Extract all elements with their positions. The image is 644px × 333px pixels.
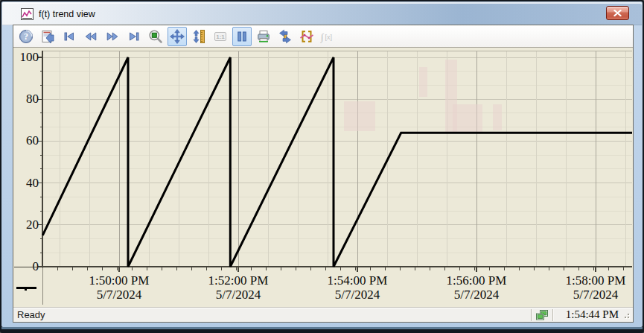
window-frame-bottom bbox=[1, 327, 643, 329]
move-trend-area-button[interactable] bbox=[168, 27, 187, 46]
y-tick-label: 80 bbox=[13, 92, 39, 107]
title-bar[interactable]: f(t) trend view bbox=[2, 2, 642, 25]
next-data-record-button[interactable] bbox=[103, 27, 122, 46]
select-data-connection-button[interactable] bbox=[297, 27, 316, 46]
statusbar-separator bbox=[552, 309, 553, 321]
zoom-area-button[interactable] bbox=[146, 27, 165, 46]
close-icon bbox=[613, 10, 622, 16]
zoom-area-icon bbox=[148, 29, 163, 44]
x-tick-label: 1:54:00 PM5/7/2024 bbox=[309, 273, 406, 302]
stretch-y-axis-icon bbox=[191, 29, 206, 44]
trend-view-window: f(t) trend view ? bbox=[0, 0, 644, 333]
help-icon: ? bbox=[19, 29, 34, 44]
stretch-shrink-y-axis-button[interactable] bbox=[189, 27, 208, 46]
status-clock: 1:54:44 PM bbox=[559, 308, 619, 321]
first-data-record-button[interactable] bbox=[60, 27, 79, 46]
configuration-dialog-button[interactable] bbox=[38, 27, 57, 46]
previous-data-record-button[interactable] bbox=[81, 27, 101, 46]
print-icon bbox=[256, 29, 271, 44]
data-export-button[interactable] bbox=[275, 27, 295, 46]
connection-status-icon bbox=[536, 310, 548, 320]
status-bar: Ready 1:54:44 PM bbox=[13, 307, 633, 322]
pause-icon bbox=[235, 29, 249, 44]
svg-text:1:1: 1:1 bbox=[216, 34, 225, 40]
resize-grip[interactable] bbox=[622, 310, 631, 320]
calculate-statistics-icon: ∫ [x] bbox=[320, 29, 337, 44]
toolbar: ? bbox=[13, 25, 633, 48]
calculate-statistics-button: ∫ [x] bbox=[319, 27, 338, 46]
svg-text:∫: ∫ bbox=[320, 31, 325, 42]
content-area: ? bbox=[13, 25, 634, 323]
close-button[interactable] bbox=[606, 6, 629, 20]
next-record-icon bbox=[105, 29, 120, 44]
y-tick-label: 40 bbox=[13, 176, 39, 191]
axis-line-left-stub bbox=[14, 267, 42, 267]
start-stop-update-button[interactable] bbox=[232, 27, 252, 46]
data-export-icon bbox=[278, 29, 293, 44]
plot-area[interactable] bbox=[36, 51, 633, 276]
x-tick-label: 1:56:00 PM5/7/2024 bbox=[428, 273, 525, 302]
window-title: f(t) trend view bbox=[39, 9, 95, 19]
previous-record-icon bbox=[83, 29, 98, 44]
original-view-1-1-button: 1:1 bbox=[211, 27, 230, 46]
configuration-dialog-icon bbox=[40, 29, 55, 44]
last-data-record-button[interactable] bbox=[124, 27, 144, 46]
statusbar-separator bbox=[531, 309, 532, 321]
trend-chart-icon bbox=[21, 8, 34, 20]
x-tick-label: 1:58:00 PM5/7/2024 bbox=[547, 273, 644, 302]
select-data-connection-icon bbox=[299, 29, 314, 44]
move-trend-area-icon bbox=[170, 29, 185, 44]
trend-legend-notch bbox=[25, 289, 27, 291]
print-button[interactable] bbox=[254, 27, 273, 46]
trend-line bbox=[42, 57, 632, 267]
y-tick-label: 60 bbox=[13, 133, 39, 148]
status-text: Ready bbox=[13, 309, 526, 320]
svg-text:[x]: [x] bbox=[325, 33, 333, 40]
svg-text:?: ? bbox=[24, 31, 28, 42]
original-view-icon: 1:1 bbox=[213, 29, 228, 44]
x-tick-label: 1:50:00 PM5/7/2024 bbox=[71, 273, 168, 302]
y-tick-label: 100 bbox=[13, 50, 39, 65]
x-tick-label: 1:52:00 PM5/7/2024 bbox=[190, 273, 287, 302]
y-tick-label: 20 bbox=[13, 218, 39, 232]
axis-divider-line bbox=[42, 268, 43, 305]
trend-chart: 100806040200 1:50:00 PM5/7/20241:52:00 P… bbox=[13, 48, 633, 307]
first-record-icon bbox=[62, 29, 77, 44]
last-record-icon bbox=[127, 29, 141, 44]
help-button[interactable]: ? bbox=[16, 27, 36, 46]
